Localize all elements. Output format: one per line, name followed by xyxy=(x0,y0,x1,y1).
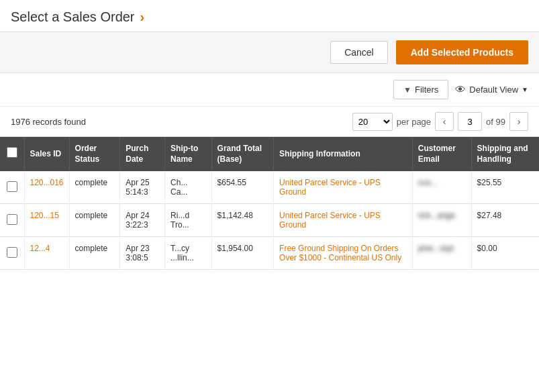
default-view-button[interactable]: 👁 Default View ▼ xyxy=(455,84,528,96)
cell-grand-total: $1,142.48 xyxy=(211,204,274,237)
add-selected-products-button[interactable]: Add Selected Products xyxy=(396,40,528,64)
row-checkbox-cell xyxy=(0,204,24,237)
cancel-button[interactable]: Cancel xyxy=(330,41,388,64)
table-header-row: Sales ID Order Status Purch Date Ship-to… xyxy=(0,137,539,171)
page-title: Select a Sales Order xyxy=(11,9,135,25)
page-total: of 99 xyxy=(486,117,505,127)
prev-page-button[interactable]: ‹ xyxy=(435,112,454,131)
cell-grand-total: $1,954.00 xyxy=(211,237,274,270)
cell-shipping-handling: $27.48 xyxy=(471,204,539,237)
th-shipping-handling: Shipping and Handling xyxy=(471,137,539,171)
table-row: 120...016 complete Apr 25 5:14:3 Ch... C… xyxy=(0,171,539,204)
table-body: 120...016 complete Apr 25 5:14:3 Ch... C… xyxy=(0,171,539,270)
per-page-label: per page xyxy=(397,117,431,127)
row-checkbox-2[interactable] xyxy=(7,247,17,258)
cell-ship-to-name: T...cy ...llin... xyxy=(165,237,211,270)
th-grand-total: Grand Total (Base) xyxy=(211,137,274,171)
cell-sales-id: 12...4 xyxy=(24,237,69,270)
th-order-status: Order Status xyxy=(69,137,120,171)
per-page-select[interactable]: 20 50 100 xyxy=(352,113,393,131)
th-sales-id: Sales ID xyxy=(24,137,69,171)
th-customer-email: Customer Email xyxy=(412,137,471,171)
select-all-checkbox[interactable] xyxy=(7,147,17,158)
filter-icon: ▼ xyxy=(403,85,411,95)
shipping-info-link-2[interactable]: Free Ground Shipping On Orders Over $100… xyxy=(279,244,401,262)
sales-id-link-2[interactable]: 12...4 xyxy=(30,244,50,253)
cell-sales-id: 120...016 xyxy=(24,171,69,204)
cell-shipping-info: United Parcel Service - UPS Ground xyxy=(274,171,413,204)
orders-table-wrapper: Sales ID Order Status Purch Date Ship-to… xyxy=(0,137,539,270)
table-row: 12...4 complete Apr 23 3:08:5 T...cy ...… xyxy=(0,237,539,270)
sales-id-link-1[interactable]: 120...15 xyxy=(30,211,59,220)
cell-customer-email: pine...repl xyxy=(412,237,471,270)
cell-order-status: complete xyxy=(69,204,120,237)
customer-email-value-2: pine...repl xyxy=(418,244,454,253)
cell-ship-to-name: Ri...d Tro... xyxy=(165,204,211,237)
cell-shipping-info: Free Ground Shipping On Orders Over $100… xyxy=(274,237,413,270)
table-row: 120...15 complete Apr 24 3:22:3 Ri...d T… xyxy=(0,204,539,237)
customer-email-value-0: cus... xyxy=(418,178,438,187)
cell-ship-to-name: Ch... Ca... xyxy=(165,171,211,204)
cell-grand-total: $654.55 xyxy=(211,171,274,204)
page-title-area: Select a Sales Order › xyxy=(11,9,144,25)
action-bar: Cancel Add Selected Products xyxy=(0,32,539,73)
cell-purch-date: Apr 25 5:14:3 xyxy=(120,171,165,204)
cell-shipping-handling: $0.00 xyxy=(471,237,539,270)
cell-order-status: complete xyxy=(69,237,120,270)
th-ship-to-name: Ship-to Name xyxy=(165,137,211,171)
th-purch-date: Purch Date xyxy=(120,137,165,171)
cell-shipping-handling: $25.55 xyxy=(471,171,539,204)
cell-customer-email: cus... xyxy=(412,171,471,204)
cell-customer-email: rick...ange xyxy=(412,204,471,237)
cell-shipping-info: United Parcel Service - UPS Ground xyxy=(274,204,413,237)
row-checkbox-0[interactable] xyxy=(7,181,17,192)
customer-email-value-1: rick...ange xyxy=(418,211,455,220)
cell-purch-date: Apr 24 3:22:3 xyxy=(120,204,165,237)
row-checkbox-cell xyxy=(0,237,24,270)
shipping-info-link-1[interactable]: United Parcel Service - UPS Ground xyxy=(279,211,381,230)
page-header: Select a Sales Order › xyxy=(0,0,539,32)
orders-table: Sales ID Order Status Purch Date Ship-to… xyxy=(0,137,539,270)
shipping-info-link-0[interactable]: United Parcel Service - UPS Ground xyxy=(279,178,381,197)
breadcrumb-chevron: › xyxy=(140,9,145,25)
toolbar: ▼ Filters 👁 Default View ▼ xyxy=(0,73,539,107)
records-count: 1976 records found xyxy=(11,117,86,127)
row-checkbox-cell xyxy=(0,171,24,204)
filter-label: Filters xyxy=(415,85,438,95)
view-label: Default View xyxy=(469,85,518,95)
th-select-all xyxy=(0,137,24,171)
cell-purch-date: Apr 23 3:08:5 xyxy=(120,237,165,270)
row-checkbox-1[interactable] xyxy=(7,214,17,225)
pagination-controls: 20 50 100 per page ‹ of 99 › xyxy=(352,112,528,131)
pagination-bar: 1976 records found 20 50 100 per page ‹ … xyxy=(0,107,539,137)
cell-order-status: complete xyxy=(69,171,120,204)
next-page-button[interactable]: › xyxy=(509,112,528,131)
eye-icon: 👁 xyxy=(455,84,466,96)
cell-sales-id: 120...15 xyxy=(24,204,69,237)
sales-id-link-0[interactable]: 120...016 xyxy=(30,178,64,187)
chevron-down-icon: ▼ xyxy=(522,86,528,93)
filters-button[interactable]: ▼ Filters xyxy=(393,80,448,99)
th-shipping-info: Shipping Information xyxy=(274,137,413,171)
page-number-input[interactable] xyxy=(458,112,482,131)
